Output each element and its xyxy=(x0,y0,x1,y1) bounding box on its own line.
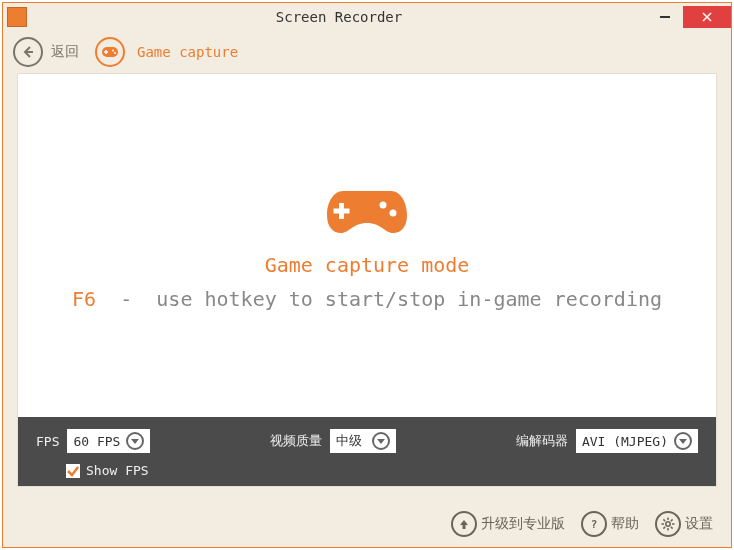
help-button[interactable]: ? 帮助 xyxy=(581,511,639,537)
svg-point-7 xyxy=(112,50,114,52)
codec-label: 编解码器 xyxy=(516,432,568,450)
close-button[interactable] xyxy=(683,6,731,28)
titlebar: Screen Recorder xyxy=(3,3,731,31)
svg-text:?: ? xyxy=(591,518,598,530)
app-icon xyxy=(5,5,29,29)
help-label: 帮助 xyxy=(611,515,639,533)
codec-value: AVI (MJPEG) xyxy=(582,434,668,449)
chevron-down-icon xyxy=(372,432,390,450)
gamepad-large-icon xyxy=(325,181,409,241)
footer: 升级到专业版 ? 帮助 设置 xyxy=(3,501,731,547)
svg-point-12 xyxy=(390,209,397,216)
svg-line-21 xyxy=(671,519,673,521)
svg-point-11 xyxy=(380,201,387,208)
toolbar: 返回 Game capture xyxy=(3,31,731,73)
codec-dropdown[interactable]: AVI (MJPEG) xyxy=(576,429,698,453)
svg-line-22 xyxy=(663,527,665,529)
svg-line-19 xyxy=(663,519,665,521)
show-fps-checkbox[interactable] xyxy=(66,464,80,478)
settings-label: 设置 xyxy=(685,515,713,533)
hotkey-hint: use hotkey to start/stop in-game recordi… xyxy=(156,287,662,311)
chevron-down-icon xyxy=(674,432,692,450)
quality-label: 视频质量 xyxy=(270,432,322,450)
question-icon: ? xyxy=(581,511,607,537)
minimize-button[interactable] xyxy=(647,6,683,28)
chevron-down-icon xyxy=(126,432,144,450)
upgrade-button[interactable]: 升级到专业版 xyxy=(451,511,565,537)
hotkey-key: F6 xyxy=(72,287,96,311)
hotkey-instruction: F6 - use hotkey to start/stop in-game re… xyxy=(72,287,662,311)
arrow-up-icon xyxy=(451,511,477,537)
gear-icon xyxy=(655,511,681,537)
svg-point-14 xyxy=(666,522,670,526)
settings-bar: FPS 60 FPS 视频质量 中级 编解码器 AVI xyxy=(18,417,716,486)
svg-line-20 xyxy=(671,527,673,529)
main-area: Game capture mode F6 - use hotkey to sta… xyxy=(17,73,717,487)
show-fps-label: Show FPS xyxy=(86,463,149,478)
quality-dropdown[interactable]: 中级 xyxy=(330,429,396,453)
arrow-left-icon xyxy=(21,45,35,59)
game-capture-icon xyxy=(95,37,125,67)
svg-rect-10 xyxy=(334,208,350,213)
gamepad-icon xyxy=(101,46,119,58)
fps-value: 60 FPS xyxy=(73,434,120,449)
settings-button[interactable]: 设置 xyxy=(655,511,713,537)
section-label: Game capture xyxy=(137,44,238,60)
window-title: Screen Recorder xyxy=(31,9,647,25)
fps-dropdown[interactable]: 60 FPS xyxy=(67,429,150,453)
svg-point-8 xyxy=(114,52,116,54)
fps-label: FPS xyxy=(36,434,59,449)
checkmark-icon xyxy=(66,464,80,478)
quality-value: 中级 xyxy=(336,432,362,450)
upgrade-label: 升级到专业版 xyxy=(481,515,565,533)
back-button[interactable] xyxy=(13,37,43,67)
mode-title: Game capture mode xyxy=(265,253,470,277)
back-label: 返回 xyxy=(51,43,79,61)
